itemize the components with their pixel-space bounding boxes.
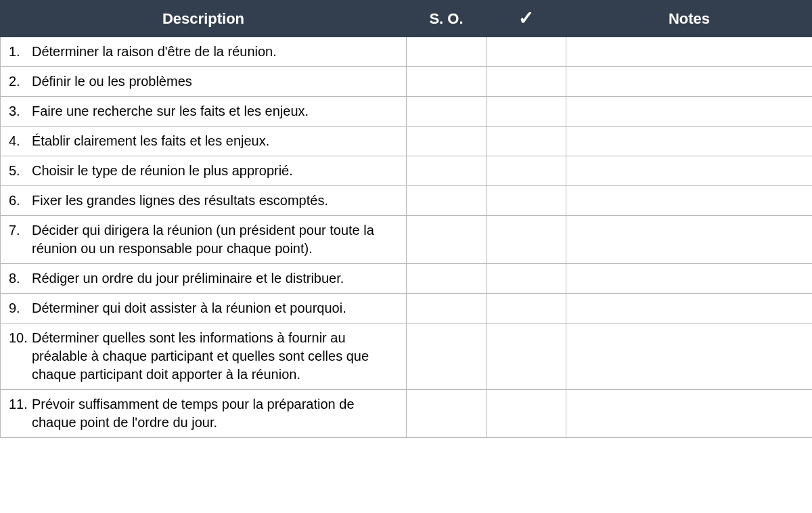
row-description-text: Déterminer la raison d'être de la réunio…	[32, 43, 399, 61]
cell-check[interactable]	[487, 186, 566, 216]
table-row: 3.Faire une recherche sur les faits et l…	[1, 97, 813, 127]
row-number: 8.	[9, 269, 32, 288]
cell-description: 5.Choisir le type de réunion le plus app…	[1, 156, 407, 186]
cell-notes[interactable]	[566, 264, 813, 294]
cell-description: 10.Déterminer quelles sont les informati…	[1, 324, 407, 390]
cell-so[interactable]	[407, 324, 487, 390]
table-row: 4.Établir clairement les faits et les en…	[1, 127, 813, 156]
checklist-table: Description S. O. ✓ Notes 1.Déterminer l…	[0, 0, 812, 438]
row-number: 4.	[9, 132, 32, 150]
table-row: 9.Déterminer qui doit assister à la réun…	[1, 294, 813, 324]
row-number: 3.	[9, 102, 32, 120]
cell-so[interactable]	[407, 156, 487, 186]
cell-description: 7.Décider qui dirigera la réunion (un pr…	[1, 216, 407, 264]
table-header: Description S. O. ✓ Notes	[1, 1, 813, 37]
cell-so[interactable]	[407, 294, 487, 324]
header-check: ✓	[487, 1, 566, 37]
cell-check[interactable]	[487, 264, 566, 294]
row-description-text: Décider qui dirigera la réunion (un prés…	[32, 221, 399, 258]
cell-so[interactable]	[407, 264, 487, 294]
row-number: 7.	[9, 221, 32, 240]
row-number: 2.	[9, 72, 32, 91]
table-row: 11.Prévoir suffisamment de temps pour la…	[1, 390, 813, 438]
row-number: 6.	[9, 192, 32, 210]
cell-check[interactable]	[487, 97, 566, 127]
cell-so[interactable]	[407, 97, 487, 127]
cell-notes[interactable]	[566, 186, 813, 216]
row-description-text: Prévoir suffisamment de temps pour la pr…	[32, 395, 399, 432]
cell-check[interactable]	[487, 324, 566, 390]
cell-notes[interactable]	[566, 37, 813, 67]
cell-notes[interactable]	[566, 294, 813, 324]
table-row: 8.Rédiger un ordre du jour préliminaire …	[1, 264, 813, 294]
table-row: 5.Choisir le type de réunion le plus app…	[1, 156, 813, 186]
cell-so[interactable]	[407, 67, 487, 97]
header-so: S. O.	[407, 1, 487, 37]
row-number: 10.	[9, 329, 32, 347]
cell-so[interactable]	[407, 127, 487, 156]
cell-check[interactable]	[487, 156, 566, 186]
row-description-text: Établir clairement les faits et les enje…	[32, 132, 399, 150]
cell-check[interactable]	[487, 37, 566, 67]
row-number: 1.	[9, 43, 32, 61]
row-description-text: Déterminer quelles sont les informations…	[32, 329, 399, 384]
cell-notes[interactable]	[566, 216, 813, 264]
row-description-text: Rédiger un ordre du jour préliminaire et…	[32, 269, 399, 288]
table-row: 10.Déterminer quelles sont les informati…	[1, 324, 813, 390]
cell-description: 3.Faire une recherche sur les faits et l…	[1, 97, 407, 127]
cell-check[interactable]	[487, 294, 566, 324]
cell-description: 1.Déterminer la raison d'être de la réun…	[1, 37, 407, 67]
cell-so[interactable]	[407, 216, 487, 264]
table-body: 1.Déterminer la raison d'être de la réun…	[1, 37, 813, 438]
cell-so[interactable]	[407, 186, 487, 216]
row-description-text: Déterminer qui doit assister à la réunio…	[32, 299, 399, 317]
table-row: 1.Déterminer la raison d'être de la réun…	[1, 37, 813, 67]
row-description-text: Choisir le type de réunion le plus appro…	[32, 162, 399, 180]
row-number: 11.	[9, 395, 32, 414]
cell-description: 9.Déterminer qui doit assister à la réun…	[1, 294, 407, 324]
cell-so[interactable]	[407, 390, 487, 438]
cell-notes[interactable]	[566, 67, 813, 97]
row-number: 9.	[9, 299, 32, 317]
row-description-text: Faire une recherche sur les faits et les…	[32, 102, 399, 120]
cell-so[interactable]	[407, 37, 487, 67]
row-description-text: Définir le ou les problèmes	[32, 72, 399, 91]
cell-description: 2.Définir le ou les problèmes	[1, 67, 407, 97]
header-notes: Notes	[566, 1, 813, 37]
header-description: Description	[1, 1, 407, 37]
row-number: 5.	[9, 162, 32, 180]
cell-notes[interactable]	[566, 156, 813, 186]
row-description-text: Fixer les grandes lignes des résultats e…	[32, 192, 399, 210]
cell-notes[interactable]	[566, 390, 813, 438]
cell-notes[interactable]	[566, 127, 813, 156]
cell-notes[interactable]	[566, 97, 813, 127]
checklist-table-container: Description S. O. ✓ Notes 1.Déterminer l…	[0, 0, 812, 438]
table-row: 2.Définir le ou les problèmes	[1, 67, 813, 97]
cell-description: 6.Fixer les grandes lignes des résultats…	[1, 186, 407, 216]
check-icon: ✓	[518, 7, 534, 28]
cell-check[interactable]	[487, 67, 566, 97]
cell-check[interactable]	[487, 390, 566, 438]
cell-description: 8.Rédiger un ordre du jour préliminaire …	[1, 264, 407, 294]
cell-check[interactable]	[487, 216, 566, 264]
cell-description: 11.Prévoir suffisamment de temps pour la…	[1, 390, 407, 438]
cell-description: 4.Établir clairement les faits et les en…	[1, 127, 407, 156]
table-row: 7.Décider qui dirigera la réunion (un pr…	[1, 216, 813, 264]
cell-notes[interactable]	[566, 324, 813, 390]
table-row: 6.Fixer les grandes lignes des résultats…	[1, 186, 813, 216]
cell-check[interactable]	[487, 127, 566, 156]
